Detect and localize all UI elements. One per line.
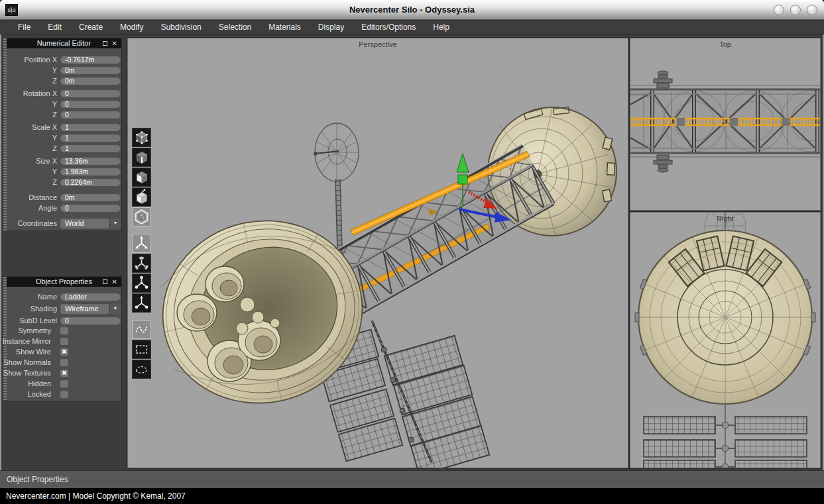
- scale-x-field[interactable]: 1: [60, 123, 121, 131]
- size-x-field[interactable]: 13.36m: [60, 157, 121, 165]
- menu-create[interactable]: Create: [70, 21, 111, 34]
- shading-dropdown[interactable]: Wireframe▼: [60, 303, 121, 314]
- window-button-2[interactable]: [790, 5, 801, 15]
- top-viewport[interactable]: Top: [630, 38, 821, 211]
- status-text: Object Properties: [7, 475, 68, 484]
- universal-manipulator-icon[interactable]: [132, 293, 151, 313]
- checkbox-label: Instance Mirror: [3, 337, 51, 346]
- menu-edit[interactable]: Edit: [39, 21, 70, 34]
- move-tool-icon[interactable]: [132, 234, 151, 253]
- menu-modify[interactable]: Modify: [111, 21, 152, 34]
- position-y-field[interactable]: 0m: [60, 66, 121, 74]
- field-label: SubD Level: [19, 317, 57, 325]
- object-properties-title: Object Properties: [36, 277, 92, 285]
- hidden-checkbox[interactable]: [60, 379, 68, 387]
- field-label: Z: [52, 178, 57, 187]
- symmetry-checkbox[interactable]: [60, 327, 68, 334]
- multi-mode-hexagon-icon[interactable]: [132, 207, 151, 227]
- numerical-editor-header[interactable]: Numerical Editor ✕: [7, 38, 121, 48]
- window-button-3[interactable]: [807, 5, 817, 15]
- field-label: Z: [52, 77, 57, 85]
- window-button-1[interactable]: [774, 5, 784, 15]
- rect-select-icon[interactable]: [132, 340, 151, 359]
- chevron-down-icon[interactable]: ▼: [109, 218, 121, 228]
- show-wire-checkbox[interactable]: ✖: [60, 348, 68, 356]
- object-properties-panel: Object Properties ✕ NameLadder Shading W…: [3, 276, 122, 401]
- position-z-field[interactable]: 0m: [60, 77, 121, 85]
- checkbox-label: Show Normals: [3, 358, 51, 367]
- angle-field[interactable]: 0: [60, 204, 121, 212]
- coordinates-dropdown[interactable]: World▼: [60, 218, 121, 228]
- show-textures-checkbox[interactable]: ✖: [60, 369, 68, 377]
- gizmo-y-handle: [458, 175, 467, 184]
- distance-field[interactable]: 0m: [60, 193, 121, 201]
- locked-checkbox[interactable]: [60, 390, 68, 398]
- app-window: s|o Nevercenter Silo - Odyssey.sia File …: [0, 0, 824, 504]
- field-label: Y: [52, 134, 57, 142]
- size-z-field[interactable]: 0.2264m: [60, 178, 121, 186]
- field-label: Angle: [38, 204, 57, 213]
- menu-help[interactable]: Help: [424, 21, 458, 34]
- size-y-field[interactable]: 1.983m: [60, 168, 121, 176]
- ladder-top-view: [630, 118, 820, 126]
- panel-maximize-icon[interactable]: [103, 41, 107, 46]
- instance-mirror-checkbox[interactable]: [60, 337, 68, 345]
- field-label: Name: [38, 293, 57, 301]
- name-field[interactable]: Ladder: [60, 293, 121, 301]
- field-label: Distance: [29, 193, 57, 202]
- vertex-mode-icon[interactable]: [132, 128, 151, 147]
- status-bar: Object Properties: [0, 470, 824, 488]
- field-label: Y: [52, 100, 57, 109]
- checkbox-label: Hidden: [28, 379, 51, 388]
- position-x-field[interactable]: -0.7617m: [60, 56, 121, 64]
- perspective-viewport[interactable]: Perspective: [127, 38, 628, 468]
- menu-materials[interactable]: Materials: [260, 21, 310, 34]
- rotate-tool-icon[interactable]: [132, 254, 151, 273]
- menu-selection[interactable]: Selection: [210, 21, 260, 34]
- gizmo-y-arrow: [457, 154, 469, 172]
- rotation-z-field[interactable]: 0: [60, 111, 121, 119]
- panel-close-icon[interactable]: ✕: [112, 277, 117, 286]
- footer-text: Nevercenter.com | Model Copyright © Kema…: [6, 491, 186, 501]
- viewport-label-top: Top: [630, 40, 820, 48]
- scale-y-field[interactable]: 1: [60, 134, 121, 142]
- chevron-down-icon[interactable]: ▼: [109, 303, 121, 314]
- rotation-y-field[interactable]: 0: [60, 100, 121, 108]
- footer-bar: Nevercenter.com | Model Copyright © Kema…: [0, 488, 824, 504]
- menu-editors-options[interactable]: Editors/Options: [353, 21, 424, 34]
- numerical-editor-panel: Numerical Editor ✕ Position X-0.7617m Y0…: [3, 38, 122, 231]
- subd-level-field[interactable]: 0: [60, 317, 121, 325]
- scale-z-field[interactable]: 1: [60, 144, 121, 152]
- title-bar[interactable]: s|o Nevercenter Silo - Odyssey.sia: [0, 0, 824, 20]
- menu-display[interactable]: Display: [310, 21, 353, 34]
- right-viewport[interactable]: Right: [630, 212, 821, 468]
- right-scene: [630, 213, 820, 468]
- edge-mode-icon[interactable]: [132, 148, 151, 167]
- face-mode-icon[interactable]: [132, 168, 151, 187]
- panel-close-icon[interactable]: ✕: [112, 39, 117, 48]
- tweak-select-icon[interactable]: [132, 320, 151, 339]
- checkbox-label: Show Wire: [16, 348, 51, 356]
- field-label: Shading: [30, 303, 57, 314]
- panel-maximize-icon[interactable]: [103, 279, 107, 284]
- field-label: Z: [52, 111, 57, 119]
- object-properties-header[interactable]: Object Properties ✕: [7, 277, 121, 287]
- menu-subdivision[interactable]: Subdivision: [152, 21, 209, 34]
- field-label: Z: [52, 144, 57, 153]
- numerical-editor-title: Numerical Editor: [37, 39, 91, 47]
- rotation-x-field[interactable]: 0: [60, 89, 121, 97]
- object-mode-icon[interactable]: [132, 187, 151, 207]
- field-label: Rotation X: [23, 89, 57, 98]
- field-label: Size X: [36, 157, 57, 166]
- field-label: Y: [52, 66, 57, 75]
- sphere-front-view: [635, 230, 815, 404]
- menu-file[interactable]: File: [9, 21, 39, 34]
- scale-tool-icon[interactable]: [132, 274, 151, 293]
- field-label: Y: [52, 168, 57, 176]
- lasso-select-icon[interactable]: [132, 360, 151, 379]
- show-normals-checkbox[interactable]: [60, 358, 68, 366]
- coordinates-label: Coordinates: [18, 218, 57, 228]
- checkbox-label: Show Textures: [3, 369, 51, 378]
- window-edge-left: [0, 34, 1, 470]
- menu-bar: File Edit Create Modify Subdivision Sele…: [0, 20, 824, 34]
